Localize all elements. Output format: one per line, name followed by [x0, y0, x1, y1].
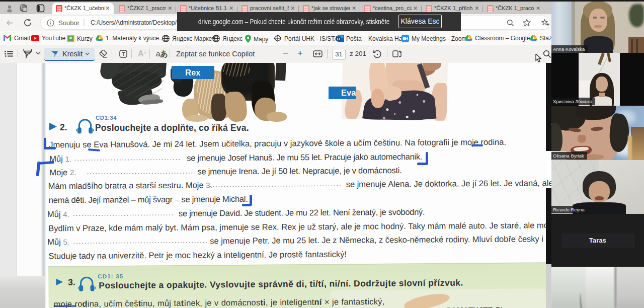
svg-text:O: O: [337, 37, 340, 41]
